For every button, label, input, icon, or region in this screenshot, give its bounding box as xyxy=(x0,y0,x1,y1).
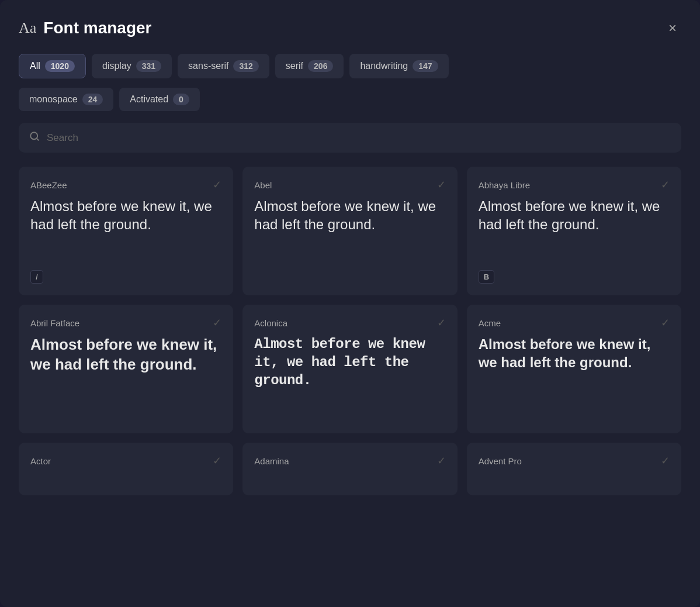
font-name: Aclonica xyxy=(254,318,287,328)
title-group: Aa Font manager xyxy=(19,19,151,37)
font-card-abeezee[interactable]: ABeeZee ✓ Almost before we knew it, we h… xyxy=(19,167,233,295)
font-name: ABeeZee xyxy=(30,180,67,190)
check-icon: ✓ xyxy=(213,316,221,329)
check-icon: ✓ xyxy=(437,178,446,191)
filter-label-handwriting: handwriting xyxy=(360,61,408,71)
filter-tab-handwriting[interactable]: handwriting 147 xyxy=(349,54,448,78)
font-style-badges: B xyxy=(479,270,670,284)
font-preview: Almost before we knew it, we had left th… xyxy=(30,197,221,262)
check-icon: ✓ xyxy=(661,178,670,191)
font-name: Adamina xyxy=(254,456,289,466)
font-name: Abril Fatface xyxy=(30,318,79,328)
check-icon: ✓ xyxy=(661,454,670,467)
font-preview: Almost before we knew it, we had left th… xyxy=(479,335,670,422)
italic-badge[interactable]: I xyxy=(30,270,43,284)
filter-count-display: 331 xyxy=(136,60,161,72)
font-preview: Almost before we knew it, we had left th… xyxy=(30,335,221,422)
font-name: Advent Pro xyxy=(479,456,522,466)
font-card-header: Abel ✓ xyxy=(254,178,445,191)
filter-label-all: All xyxy=(30,61,40,71)
filter-label-sans-serif: sans-serif xyxy=(188,61,228,71)
filter-tabs-row2: monospace 24 Activated 0 xyxy=(19,88,681,111)
filter-count-serif: 206 xyxy=(308,60,333,72)
filter-tab-monospace[interactable]: monospace 24 xyxy=(19,88,113,111)
font-card-abril[interactable]: Abril Fatface ✓ Almost before we knew it… xyxy=(19,305,233,433)
bold-badge[interactable]: B xyxy=(479,270,494,284)
font-card-acme[interactable]: Acme ✓ Almost before we knew it, we had … xyxy=(467,305,681,433)
font-name: Abhaya Libre xyxy=(479,180,530,190)
font-name: Abel xyxy=(254,180,272,190)
check-icon: ✓ xyxy=(213,178,221,191)
search-bar xyxy=(19,123,681,153)
font-icon: Aa xyxy=(19,19,36,37)
font-card-actor[interactable]: Actor ✓ xyxy=(19,443,233,495)
check-icon: ✓ xyxy=(437,454,446,467)
font-card-header: Advent Pro ✓ xyxy=(479,454,670,467)
check-icon: ✓ xyxy=(437,316,446,329)
filter-count-all: 1020 xyxy=(45,60,75,72)
close-button[interactable]: × xyxy=(664,19,681,37)
font-card-abhaya[interactable]: Abhaya Libre ✓ Almost before we knew it,… xyxy=(467,167,681,295)
filter-label-serif: serif xyxy=(286,61,303,71)
filter-label-activated: Activated xyxy=(130,94,168,105)
font-card-aclonica[interactable]: Aclonica ✓ Almost before we knew it, we … xyxy=(242,305,457,433)
font-card-header: Acme ✓ xyxy=(479,316,670,329)
font-card-abel[interactable]: Abel ✓ Almost before we knew it, we had … xyxy=(242,167,457,295)
filter-label-display: display xyxy=(102,61,131,71)
filter-label-monospace: monospace xyxy=(29,94,78,105)
font-name: Acme xyxy=(479,318,501,328)
check-icon: ✓ xyxy=(213,454,221,467)
filter-tab-all[interactable]: All 1020 xyxy=(19,54,86,78)
filter-tabs: All 1020 display 331 sans-serif 312 seri… xyxy=(19,54,681,78)
search-input[interactable] xyxy=(47,132,671,144)
search-icon xyxy=(29,131,40,144)
filter-tab-display[interactable]: display 331 xyxy=(92,54,172,78)
filter-count-handwriting: 147 xyxy=(413,60,438,72)
check-icon: ✓ xyxy=(661,316,670,329)
filter-count-monospace: 24 xyxy=(82,94,103,105)
filter-tab-sans-serif[interactable]: sans-serif 312 xyxy=(178,54,269,78)
filter-count-activated: 0 xyxy=(173,94,189,105)
modal-header: Aa Font manager × xyxy=(19,19,681,37)
font-card-header: Abril Fatface ✓ xyxy=(30,316,221,329)
font-card-adamina[interactable]: Adamina ✓ xyxy=(242,443,457,495)
filter-tab-activated[interactable]: Activated 0 xyxy=(119,88,200,111)
font-preview: Almost before we knew it, we had left th… xyxy=(479,197,670,262)
font-card-header: Aclonica ✓ xyxy=(254,316,445,329)
font-card-header: Abhaya Libre ✓ xyxy=(479,178,670,191)
font-card-advent-pro[interactable]: Advent Pro ✓ xyxy=(467,443,681,495)
font-style-badges: I xyxy=(30,270,221,284)
font-card-header: ABeeZee ✓ xyxy=(30,178,221,191)
font-card-header: Adamina ✓ xyxy=(254,454,445,467)
font-preview: Almost before we knew it, we had left th… xyxy=(254,197,445,284)
filter-tab-serif[interactable]: serif 206 xyxy=(275,54,344,78)
font-manager-modal: Aa Font manager × All 1020 display 331 s… xyxy=(0,0,700,607)
font-preview: Almost before we knew it, we had left th… xyxy=(254,335,445,422)
font-name: Actor xyxy=(30,456,51,466)
font-grid: ABeeZee ✓ Almost before we knew it, we h… xyxy=(19,167,681,495)
font-card-header: Actor ✓ xyxy=(30,454,221,467)
modal-title: Font manager xyxy=(43,19,151,37)
svg-line-1 xyxy=(36,138,38,140)
filter-count-sans-serif: 312 xyxy=(233,60,258,72)
